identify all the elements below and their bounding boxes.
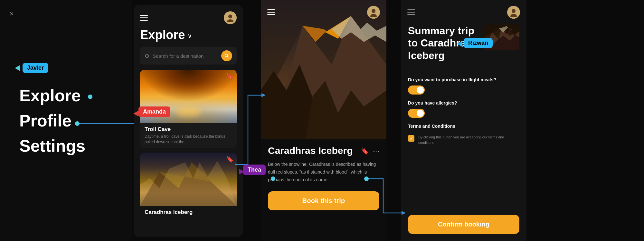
search-button[interactable]: [221, 50, 232, 61]
chevron-down-icon[interactable]: ∨: [187, 32, 192, 40]
troll-cave-title: Troll Cave: [145, 126, 232, 133]
caradhras-title-explore: Caradhras Iceberg: [145, 209, 232, 216]
amanda-badge: Amanda: [138, 106, 170, 117]
search-bar: ⊙: [140, 47, 237, 65]
svg-line-9: [227, 56, 229, 58]
meals-toggle-row: Do you want to purchase in-flight meals?: [408, 77, 519, 95]
detail-panel: Caradhras Iceberg 🔖 ⋯ Below the snowline…: [261, 0, 386, 241]
more-options-icon[interactable]: ⋯: [373, 147, 379, 155]
summary-avatar: [507, 6, 520, 19]
cursor-arrow-thea: [239, 169, 244, 175]
confirm-booking-button[interactable]: Confirm booking: [408, 215, 519, 234]
avatar: [224, 11, 237, 24]
bookmark-icon-2[interactable]: 🔖: [226, 156, 233, 163]
terms-row: By clicking this button you are acceptin…: [408, 135, 519, 145]
location-pin-icon: ⊙: [145, 52, 149, 59]
explore-title: Explore: [140, 28, 185, 42]
detail-hamburger-icon[interactable]: [267, 9, 275, 15]
sidebar-item-settings[interactable]: Settings: [19, 136, 113, 156]
terms-title: Terms and Conditions: [408, 124, 519, 129]
detail-action-icons: 🔖 ⋯: [361, 145, 379, 155]
svg-point-24: [510, 14, 517, 17]
caradhras-card-explore[interactable]: 🔖 Caradhras Iceberg: [140, 153, 237, 220]
allergies-toggle-row: Do you have allergies?: [408, 100, 519, 118]
javier-badge: Javier: [23, 63, 48, 73]
troll-cave-desc: Daytime, a troll cave is dark because th…: [145, 134, 232, 145]
detail-image: [261, 0, 386, 139]
meals-label: Do you want to purchase in-flight meals?: [408, 77, 519, 82]
search-input[interactable]: [153, 53, 218, 59]
svg-point-22: [370, 14, 377, 17]
close-button[interactable]: ×: [10, 10, 14, 18]
svg-point-7: [227, 19, 233, 22]
allergies-label: Do you have allergies?: [408, 100, 519, 105]
sidebar-item-explore[interactable]: Explore: [19, 86, 113, 105]
terms-checkbox[interactable]: [408, 135, 414, 142]
bookmark-icon-detail[interactable]: 🔖: [361, 147, 369, 155]
cursor-arrow-rizwan: [457, 41, 464, 48]
meals-toggle[interactable]: [408, 85, 425, 95]
svg-point-6: [228, 15, 232, 18]
detail-content: Caradhras Iceberg 🔖 ⋯ Below the snowline…: [261, 139, 386, 217]
cursor-arrow-amanda: [133, 111, 138, 116]
summary-hamburger-icon[interactable]: [407, 9, 415, 15]
sidebar-item-profile[interactable]: Profile: [19, 111, 113, 130]
bookmark-icon[interactable]: 🔖: [226, 73, 233, 80]
left-nav: × Javier Explore Profile Settings: [0, 0, 132, 241]
summary-header-bar: [401, 0, 526, 25]
svg-point-8: [225, 54, 228, 57]
terms-text: By clicking this button you are acceptin…: [418, 135, 519, 145]
book-trip-button[interactable]: Book this trip: [268, 191, 379, 210]
troll-cave-card-info: Troll Cave Daytime, a troll cave is dark…: [140, 123, 237, 148]
thea-badge: Thea: [243, 165, 266, 175]
main-nav: Explore Profile Settings: [19, 86, 113, 156]
explore-panel: Explore ∨ ⊙ 🔖 Troll Cave Daytime, a trol…: [134, 5, 243, 237]
explore-title-row: Explore ∨: [134, 28, 243, 47]
allergies-toggle[interactable]: [408, 109, 425, 118]
detail-header-bar: [261, 0, 386, 25]
cursor-arrow-javier: [15, 65, 20, 71]
detail-description: Below the snowline, Caradhras is describ…: [268, 161, 379, 184]
rizwan-badge: Rizwan: [464, 38, 493, 48]
svg-marker-30: [457, 41, 464, 47]
svg-point-21: [372, 9, 375, 13]
detail-title: Caradhras Iceberg: [268, 145, 361, 156]
caradhras-image-small: [140, 153, 237, 206]
hamburger-icon[interactable]: [140, 15, 148, 21]
summary-panel: Summary trip to Caradhras Iceberg Do you…: [401, 0, 526, 241]
detail-avatar: [367, 6, 380, 19]
caradhras-card-info-explore: Caradhras Iceberg: [140, 206, 237, 220]
svg-point-23: [512, 9, 516, 13]
explore-panel-header: [134, 5, 243, 28]
detail-title-row: Caradhras Iceberg 🔖 ⋯: [268, 145, 379, 156]
